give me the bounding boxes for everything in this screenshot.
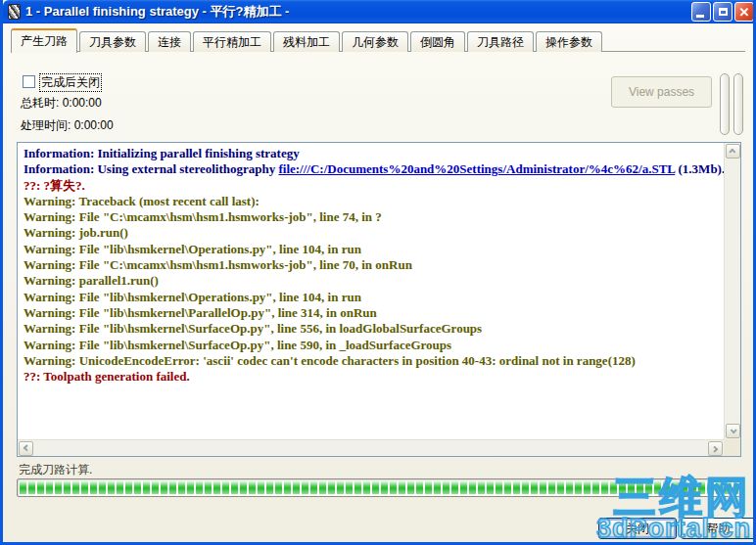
maximize-button[interactable] (713, 2, 732, 22)
scroll-up-button[interactable] (726, 144, 740, 159)
scroll-down-button[interactable] (726, 424, 740, 438)
status-message: 完成刀路计算. (19, 462, 92, 478)
progress-bar-fill (20, 481, 738, 494)
minimize-button[interactable] (691, 2, 711, 22)
close-after-finish-checkbox[interactable] (23, 75, 35, 88)
close-button[interactable]: 关闭 (598, 518, 677, 539)
log-output-box[interactable]: Information: Initializing parallel finis… (17, 142, 741, 457)
process-time-label: 处理时间: 0:00:00 (21, 117, 114, 134)
log-lines: Information: Initializing parallel finis… (24, 146, 717, 385)
tab-1[interactable]: 产生刀路 (11, 28, 77, 53)
view-passes-button[interactable]: View passes (611, 76, 712, 108)
tab-9[interactable]: 操作参数 (536, 31, 602, 52)
tab-3[interactable]: 连接 (148, 31, 191, 52)
dialog-window: 1 - Parallel finishing strategy - 平行?精加工… (0, 0, 756, 545)
horizontal-scrollbar[interactable] (18, 439, 724, 456)
help-button[interactable]: 帮助 (681, 518, 756, 539)
scroll-left-button[interactable] (19, 441, 33, 456)
log-line: Warning: File "lib\hsmkernel\Operations.… (24, 290, 717, 305)
log-line: Warning: File "C:\mcamx\hsm\hsm1.hsmwork… (24, 209, 717, 225)
progress-bar (17, 478, 741, 497)
tab-8[interactable]: 刀具路径 (467, 31, 534, 52)
tab-2[interactable]: 刀具参数 (79, 31, 146, 52)
chevron-down-icon (731, 427, 737, 433)
log-line: ??: ?算失?. (24, 178, 717, 194)
log-line: Warning: File "lib\hsmkernel\SurfaceOp.p… (24, 321, 717, 337)
vertical-scrollbar[interactable] (724, 143, 740, 439)
tab-7[interactable]: 倒圆角 (410, 31, 465, 52)
maximize-icon (719, 8, 728, 16)
chevron-left-icon (24, 444, 30, 451)
minimize-icon (696, 15, 704, 18)
tab-6[interactable]: 几何参数 (342, 31, 408, 52)
tab-4[interactable]: 平行精加工 (193, 31, 271, 52)
log-line: Warning: File "lib\hsmkernel\Operations.… (24, 242, 717, 257)
log-line: Warning: Traceback (most recent call las… (24, 194, 717, 209)
chevron-right-icon (711, 446, 718, 453)
log-line: Warning: File "lib\hsmkernel\SurfaceOp.p… (24, 338, 717, 353)
vertical-slider-2[interactable] (733, 73, 743, 135)
close-window-button[interactable]: ✕ (734, 2, 754, 22)
log-line: Warning: parallel1.run() (24, 273, 717, 289)
window-title: 1 - Parallel finishing strategy - 平行?精加工… (25, 3, 289, 21)
chevron-up-icon (729, 149, 735, 156)
total-time-label: 总耗时: 0:00:00 (21, 95, 102, 112)
tab-5[interactable]: 残料加工 (273, 31, 340, 52)
scrollbar-corner (724, 439, 740, 456)
log-line: Warning: File "lib\hsmkernel\ParallelOp.… (24, 305, 717, 321)
titlebar[interactable]: 1 - Parallel finishing strategy - 平行?精加工… (3, 0, 756, 23)
scroll-right-button[interactable] (708, 441, 723, 456)
vertical-slider-1[interactable] (720, 73, 730, 135)
log-line: Warning: File "C:\mcamx\hsm\hsm1.hsmwork… (24, 257, 717, 273)
log-line: Warning: UnicodeEncodeError: 'ascii' cod… (24, 353, 717, 369)
log-line: Information: Using external stereolithog… (24, 161, 717, 177)
close-after-finish-label[interactable]: 完成后关闭 (40, 74, 101, 91)
log-line: ??: Toolpath generation failed. (24, 369, 717, 385)
tab-strip: 产生刀路刀具参数连接平行精加工残料加工几何参数倒圆角刀具路径操作参数 (11, 27, 602, 52)
drill-tool-icon (8, 4, 21, 20)
stl-file-link[interactable]: file:///C:/Documents%20and%20Settings/Ad… (278, 161, 675, 176)
log-line: Warning: job.run() (24, 225, 717, 241)
log-line: Information: Initializing parallel finis… (24, 146, 717, 161)
close-icon: ✕ (739, 6, 750, 19)
